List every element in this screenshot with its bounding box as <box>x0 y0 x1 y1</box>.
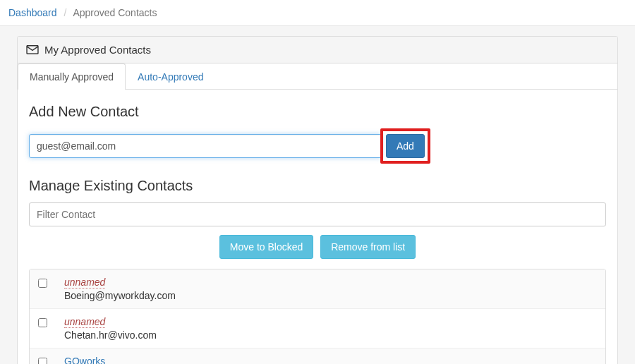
panel-title: My Approved Contacts <box>44 44 151 56</box>
contact-row: GOworksGOworks@greyorange.com <box>30 348 605 364</box>
remove-from-list-button[interactable]: Remove from list <box>320 235 416 259</box>
tabs: Manually Approved Auto-Approved <box>18 63 617 90</box>
contact-name[interactable]: GOworks <box>64 356 105 364</box>
contact-row: unnamedChetan.hr@vivo.com <box>30 309 605 348</box>
tab-auto-approved[interactable]: Auto-Approved <box>126 63 215 90</box>
breadcrumb: Dashboard / Approved Contacts <box>0 0 635 26</box>
add-contact-heading: Add New Contact <box>29 104 606 120</box>
manage-heading: Manage Existing Contacts <box>29 178 606 194</box>
contact-email: Chetan.hr@vivo.com <box>64 329 597 341</box>
panel-header: My Approved Contacts <box>18 37 617 63</box>
mail-icon <box>26 45 39 54</box>
tab-manually-approved[interactable]: Manually Approved <box>18 63 126 90</box>
contact-list: unnamedBoeing@myworkday.comunnamedChetan… <box>29 269 606 364</box>
breadcrumb-sep: / <box>59 7 71 18</box>
new-contact-input[interactable] <box>29 134 382 158</box>
contact-name[interactable]: unnamed <box>64 277 105 289</box>
contact-email: Boeing@myworkday.com <box>64 290 597 301</box>
contact-name[interactable]: unnamed <box>64 316 105 328</box>
move-to-blocked-button[interactable]: Move to Blocked <box>219 235 314 259</box>
approved-contacts-panel: My Approved Contacts Manually Approved A… <box>17 36 618 364</box>
contact-checkbox[interactable] <box>38 279 47 288</box>
add-button[interactable]: Add <box>386 134 425 158</box>
breadcrumb-current: Approved Contacts <box>73 7 157 18</box>
contact-row: unnamedBoeing@myworkday.com <box>30 269 605 309</box>
filter-contact-input[interactable] <box>29 202 606 226</box>
add-button-highlight: Add <box>380 128 430 164</box>
contact-checkbox[interactable] <box>38 358 47 364</box>
contact-checkbox[interactable] <box>38 318 47 327</box>
breadcrumb-root[interactable]: Dashboard <box>8 7 57 18</box>
